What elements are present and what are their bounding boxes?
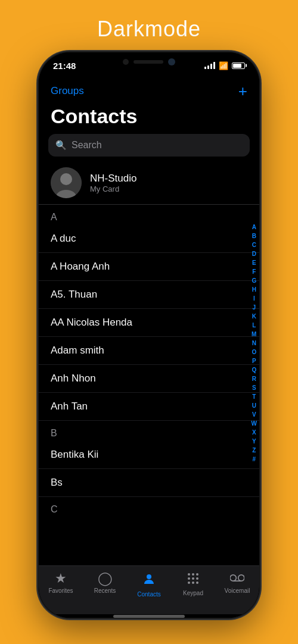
home-bar [113,615,185,618]
my-card-info: NH-Studio My Card [90,173,136,193]
alpha-r[interactable]: R [252,375,256,383]
svg-point-4 [188,573,190,576]
alpha-d[interactable]: D [252,250,256,258]
svg-point-5 [192,573,194,576]
alpha-s[interactable]: S [252,384,256,392]
alpha-hash[interactable]: # [252,455,256,464]
status-icons: 📶 [204,61,245,70]
alpha-z[interactable]: Z [252,446,256,455]
section-header-a: A [39,205,259,225]
nav-bar: Groups + [39,79,259,102]
alpha-n[interactable]: N [252,339,256,348]
signal-icon [204,62,215,69]
tab-bar: ★ Favorites ◯ Recents Contacts [39,565,259,614]
contact-row[interactable]: Anh Nhon [39,365,259,393]
tab-recents-label: Recents [94,587,116,594]
signal-bar-2 [207,65,209,69]
status-time: 21:48 [53,61,76,71]
alpha-k[interactable]: K [252,312,256,321]
contacts-icon [142,572,156,589]
section-header-c: C [39,497,259,517]
tab-keypad[interactable]: Keypad [171,572,215,596]
recents-icon: ◯ [98,572,113,585]
alpha-m[interactable]: M [252,330,256,339]
wifi-icon: 📶 [219,61,228,70]
alpha-q[interactable]: Q [252,366,256,374]
alpha-t[interactable]: T [252,393,256,401]
add-contact-button[interactable]: + [238,83,247,99]
signal-bar-1 [204,67,206,69]
my-card-name: NH-Studio [90,173,136,185]
alpha-g[interactable]: G [252,277,256,285]
alpha-b[interactable]: B [252,232,256,240]
favorites-icon: ★ [55,572,67,585]
signal-bar-4 [213,62,215,69]
groups-button[interactable]: Groups [51,85,84,97]
contact-row[interactable]: A5. Thuan [39,281,259,309]
alpha-x[interactable]: X [252,429,256,437]
tab-contacts[interactable]: Contacts [127,572,171,598]
tab-recents[interactable]: ◯ Recents [83,572,127,594]
alpha-j[interactable]: J [252,304,256,312]
notch-dot-left [123,59,129,65]
phone-frame: 21:48 📶 [39,52,259,618]
battery-fill [233,64,241,68]
svg-point-14 [238,575,244,581]
svg-point-11 [192,582,194,584]
section-header-b: B [39,421,259,441]
contacts-list[interactable]: NH-Studio My Card A A duc A Hoang Anh A5… [39,164,259,565]
notch-camera [168,58,175,65]
alpha-h[interactable]: H [252,286,256,294]
notch [101,52,197,71]
contacts-page-title: Contacts [39,102,259,134]
contact-row[interactable]: A duc [39,225,259,253]
voicemail-icon [230,572,244,585]
tab-favorites[interactable]: ★ Favorites [39,572,83,594]
keypad-icon [187,572,200,587]
tab-voicemail[interactable]: Voicemail [215,572,259,594]
contact-row[interactable]: AA Nicolas Henda [39,309,259,337]
avatar [51,167,82,198]
battery-icon [232,62,245,69]
svg-point-7 [188,577,190,580]
svg-point-1 [60,173,72,185]
alpha-u[interactable]: U [252,402,256,410]
alpha-y[interactable]: Y [252,437,256,446]
notch-speaker [134,60,163,64]
tab-favorites-label: Favorites [48,587,73,594]
search-placeholder: Search [72,140,102,151]
alpha-o[interactable]: O [252,348,256,357]
svg-point-12 [196,582,198,584]
svg-point-3 [147,574,151,579]
tab-voicemail-label: Voicemail [225,587,250,594]
alpha-c[interactable]: C [252,241,256,249]
alpha-w[interactable]: W [252,420,257,428]
app-content: Groups + Contacts 🔍 Search [39,79,259,618]
alpha-a[interactable]: A [252,223,256,232]
my-card-row[interactable]: NH-Studio My Card [39,164,259,205]
tab-contacts-label: Contacts [137,591,160,598]
contact-row[interactable]: Adam smith [39,337,259,365]
alphabet-index[interactable]: A B C D E F G H I J K L M N O P Q [252,223,257,464]
svg-point-13 [230,575,236,581]
search-icon: 🔍 [55,140,67,151]
alpha-e[interactable]: E [252,259,256,267]
contact-row[interactable]: Bs [39,469,259,497]
svg-point-9 [196,577,198,580]
search-bar[interactable]: 🔍 Search [48,134,250,157]
contact-row[interactable]: A Hoang Anh [39,253,259,281]
alpha-l[interactable]: L [252,321,256,330]
contact-row[interactable]: Anh Tan [39,393,259,421]
svg-point-10 [188,582,190,584]
status-bar: 21:48 📶 [39,52,259,79]
my-card-subtitle: My Card [90,185,136,193]
alpha-f[interactable]: F [252,268,256,276]
page-title: Darkmode [97,17,201,42]
svg-point-6 [196,573,198,576]
signal-bar-3 [210,64,212,69]
alpha-v[interactable]: V [252,411,256,419]
alpha-i[interactable]: I [253,295,255,303]
alpha-p[interactable]: P [252,357,256,365]
home-indicator [39,614,259,618]
contact-row[interactable]: Bentika Kii [39,441,259,469]
